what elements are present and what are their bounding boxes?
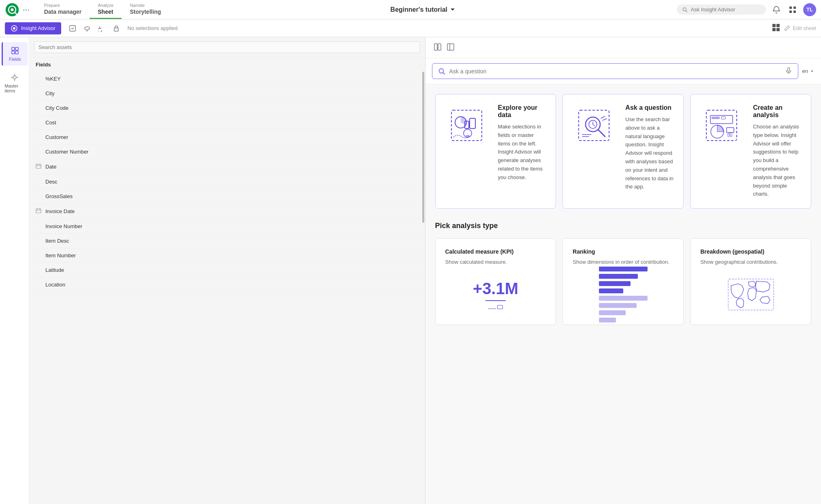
panel-toggle-left[interactable] xyxy=(434,43,442,52)
explore-icon xyxy=(445,104,490,150)
field-item-latitude[interactable]: Latitude xyxy=(29,263,425,278)
tab-analyze[interactable]: Analyze Sheet xyxy=(90,0,122,19)
scrollbar-thumb[interactable] xyxy=(422,72,424,223)
svg-rect-17 xyxy=(772,28,776,31)
svg-rect-28 xyxy=(447,44,454,50)
create-icon xyxy=(700,104,745,150)
analysis-section: Pick analysis type Calculated measure (K… xyxy=(435,222,812,325)
svg-line-31 xyxy=(443,73,445,74)
search-assets-input[interactable] xyxy=(34,41,420,53)
info-card-create: Create an analysis Choose an analysis ty… xyxy=(690,94,811,209)
edit-sheet-button[interactable]: Edit sheet xyxy=(784,25,816,32)
field-item-cost[interactable]: Cost xyxy=(29,115,425,130)
svg-rect-27 xyxy=(438,44,441,50)
svg-rect-21 xyxy=(12,51,15,54)
microphone-icon[interactable] xyxy=(785,67,792,75)
lasso-icon[interactable] xyxy=(81,22,94,35)
language-selector[interactable]: en xyxy=(802,68,815,74)
toolbar-icons xyxy=(66,22,123,35)
svg-rect-19 xyxy=(12,47,15,50)
field-item-desc[interactable]: Desc xyxy=(29,175,425,189)
svg-rect-15 xyxy=(772,24,776,27)
fields-list-header: Fields xyxy=(29,58,425,72)
analysis-card-geospatial[interactable]: Breakdown (geospatial) Show geographical… xyxy=(690,238,811,325)
field-item-customer[interactable]: Customer xyxy=(29,130,425,145)
field-item-invoice-number[interactable]: Invoice Number xyxy=(29,219,425,234)
info-card-explore: Explore your data Make selections in fie… xyxy=(435,94,556,209)
panel-toggle-right[interactable] xyxy=(447,43,455,52)
info-cards: Explore your data Make selections in fie… xyxy=(435,94,812,209)
sidebar-item-master-items[interactable]: Master items xyxy=(2,69,28,97)
svg-rect-47 xyxy=(712,117,720,119)
svg-rect-45 xyxy=(706,110,737,141)
svg-line-5 xyxy=(686,11,687,12)
geo-visual xyxy=(700,274,801,315)
ask-question-bar: en xyxy=(425,58,821,84)
insight-advisor-input[interactable] xyxy=(691,6,761,13)
no-selections-label: No selections applied xyxy=(128,25,767,31)
ask-question-input[interactable] xyxy=(449,68,781,75)
svg-rect-14 xyxy=(114,28,118,31)
analysis-card-ranking[interactable]: Ranking Show dimensions in order of cont… xyxy=(562,238,684,325)
svg-line-41 xyxy=(598,130,605,137)
ask-question-input-wrapper[interactable] xyxy=(432,63,798,79)
toolbar-right: Edit sheet xyxy=(772,23,816,33)
svg-rect-16 xyxy=(776,24,780,27)
grid-layout-icon[interactable] xyxy=(772,23,780,33)
select-icon[interactable] xyxy=(66,22,79,35)
nav-right: TL xyxy=(677,3,816,16)
field-item-gross-sales[interactable]: GrossSales xyxy=(29,189,425,204)
user-avatar[interactable]: TL xyxy=(803,3,816,16)
app-title[interactable]: Beginner's tutorial xyxy=(390,6,455,13)
qlik-logo[interactable] xyxy=(5,2,19,17)
field-item-city-code[interactable]: City Code xyxy=(29,101,425,115)
fields-list: %KEY City City Code Cost Customer Custom… xyxy=(29,72,425,504)
field-item-city[interactable]: City xyxy=(29,86,425,101)
svg-rect-6 xyxy=(789,6,792,9)
sidebar-item-fields[interactable]: Fields xyxy=(2,42,28,66)
svg-rect-7 xyxy=(793,6,796,9)
apps-grid-icon[interactable] xyxy=(787,4,798,15)
search-icon xyxy=(438,68,445,75)
svg-rect-50 xyxy=(727,128,734,132)
field-item-date[interactable]: Date xyxy=(29,159,425,175)
field-item-customer-number[interactable]: Customer Number xyxy=(29,145,425,159)
field-item-percent-key[interactable]: %KEY xyxy=(29,72,425,86)
svg-rect-35 xyxy=(470,118,475,128)
cards-area: Explore your data Make selections in fie… xyxy=(425,84,821,504)
analysis-card-kpi[interactable]: Calculated measure (KPI) Show calculated… xyxy=(435,238,556,325)
svg-rect-48 xyxy=(721,117,725,119)
fields-panel: Fields %KEY City City Code Cost xyxy=(29,37,425,504)
sidebar-icons: Fields Master items xyxy=(0,37,29,504)
svg-rect-25 xyxy=(36,209,41,213)
svg-rect-8 xyxy=(789,11,792,13)
ranking-visual xyxy=(573,274,673,315)
notifications-icon[interactable] xyxy=(771,4,782,15)
main-layout: Fields Master items Fields %KEY xyxy=(0,37,821,504)
svg-point-2 xyxy=(11,8,13,11)
undo-icon[interactable] xyxy=(95,22,108,35)
tab-narrate[interactable]: Narrate Storytelling xyxy=(122,0,169,19)
svg-rect-18 xyxy=(776,28,780,31)
tab-prepare[interactable]: Prepare Data manager xyxy=(36,0,90,19)
lock-icon[interactable] xyxy=(110,22,123,35)
ask-text: Ask a question Use the search bar above … xyxy=(625,104,673,191)
secondary-toolbar: Insight Advisor No selections applied Ed… xyxy=(0,19,821,37)
kpi-visual: +3.1M xyxy=(445,274,546,315)
info-card-ask: Ask a question Use the search bar above … xyxy=(562,94,684,209)
more-options-button[interactable]: ··· xyxy=(23,5,30,14)
analysis-cards: Calculated measure (KPI) Show calculated… xyxy=(435,238,812,325)
svg-rect-53 xyxy=(728,279,774,310)
field-item-item-number[interactable]: Item Number xyxy=(29,248,425,263)
insight-advisor-button[interactable]: Insight Advisor xyxy=(5,22,61,34)
field-item-location[interactable]: Location xyxy=(29,278,425,292)
create-text: Create an analysis Choose an analysis ty… xyxy=(753,104,801,199)
nav-tabs: Prepare Data manager Analyze Sheet Narra… xyxy=(36,0,169,19)
field-item-item-desc[interactable]: Item Desc xyxy=(29,234,425,248)
field-item-invoice-date[interactable]: Invoice Date xyxy=(29,204,425,219)
svg-rect-51 xyxy=(728,133,729,137)
svg-point-13 xyxy=(85,27,90,30)
insight-advisor-search[interactable] xyxy=(677,4,766,15)
svg-rect-52 xyxy=(730,132,732,137)
svg-point-38 xyxy=(464,129,472,137)
